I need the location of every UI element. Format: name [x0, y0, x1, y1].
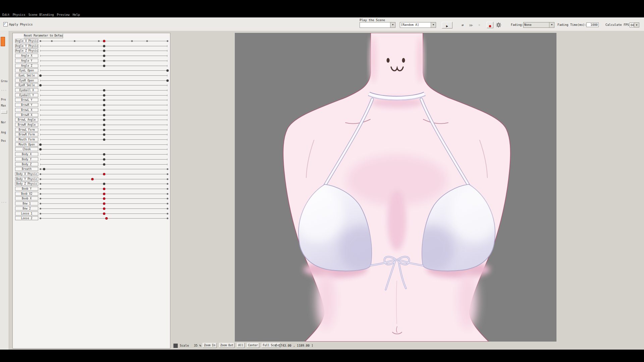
parameter-label[interactable]: Mouth Form: [15, 137, 38, 141]
parameter-slider[interactable]: [40, 127, 167, 132]
slider-thumb[interactable]: [105, 217, 108, 220]
slider-thumb[interactable]: [91, 178, 94, 180]
parameter-slider[interactable]: [40, 44, 167, 48]
menu-item-physics[interactable]: Physics: [13, 13, 25, 16]
parameter-slider[interactable]: [40, 162, 167, 167]
slider-thumb[interactable]: [166, 69, 169, 72]
parameter-slider[interactable]: [40, 122, 167, 127]
parameter-label[interactable]: Cheek: [15, 147, 38, 151]
parameter-slider[interactable]: [40, 211, 167, 216]
slider-thumb[interactable]: [103, 138, 105, 141]
slider-thumb[interactable]: [103, 104, 105, 106]
parameter-label[interactable]: EyeR Open: [15, 78, 38, 82]
chevron-down-icon[interactable]: ▼: [390, 22, 395, 27]
scene-select[interactable]: ▼: [360, 22, 395, 28]
slider-thumb[interactable]: [103, 55, 105, 57]
cut-button[interactable]: ×: [477, 23, 482, 28]
slider-thumb[interactable]: [103, 45, 105, 47]
rail-item-pre[interactable]: Pre: [1, 98, 9, 101]
parameter-slider[interactable]: [40, 172, 167, 176]
slider-thumb[interactable]: [103, 202, 105, 205]
parameter-slider[interactable]: [40, 132, 167, 137]
parameter-label[interactable]: Angle X Physic: [15, 39, 38, 43]
rail-item-nor[interactable]: Nor: [1, 121, 9, 124]
motion-select[interactable]: [Random A] ▼: [400, 22, 436, 28]
parameter-label[interactable]: EyeR Smile: [15, 83, 38, 87]
slider-thumb[interactable]: [103, 89, 105, 92]
parameter-label[interactable]: Eyeball Y: [15, 93, 38, 97]
parameter-label[interactable]: Bow 1: [15, 201, 38, 205]
step-button[interactable]: ▷▷: [467, 23, 475, 28]
slider-thumb[interactable]: [103, 183, 105, 185]
status-button-zoom-in[interactable]: Zoom In: [203, 343, 217, 348]
parameter-label[interactable]: Body X Physic: [15, 172, 38, 176]
status-button-all[interactable]: All: [237, 343, 244, 348]
parameter-label[interactable]: Body Z: [15, 162, 38, 166]
slider-thumb[interactable]: [103, 50, 105, 52]
chevron-down-icon[interactable]: ▼: [634, 23, 639, 27]
parameter-slider[interactable]: [40, 142, 167, 147]
parameter-slider[interactable]: [40, 167, 167, 171]
parameter-label[interactable]: BrowL X: [15, 108, 38, 112]
parameter-slider[interactable]: [40, 206, 167, 211]
parameter-slider[interactable]: [40, 186, 167, 191]
parameter-label[interactable]: Angle Z: [15, 64, 38, 68]
slider-thumb[interactable]: [103, 94, 105, 97]
menu-item-scene-blending[interactable]: Scene Blending: [29, 13, 54, 16]
slider-thumb[interactable]: [103, 207, 105, 210]
play-button[interactable]: ▶: [442, 22, 452, 28]
parameter-slider[interactable]: [40, 108, 167, 112]
slider-thumb[interactable]: [103, 188, 105, 190]
parameter-label[interactable]: Loose 2: [15, 216, 38, 220]
parameter-slider[interactable]: [40, 53, 167, 58]
slider-thumb[interactable]: [103, 114, 105, 116]
slider-thumb[interactable]: [103, 99, 105, 101]
slider-thumb[interactable]: [103, 193, 105, 195]
parameter-label[interactable]: EyeL Smile: [15, 73, 38, 77]
parameter-slider[interactable]: [40, 181, 167, 186]
slider-thumb[interactable]: [103, 163, 105, 166]
chevron-down-icon[interactable]: ▼: [549, 22, 554, 27]
parameter-slider[interactable]: [40, 113, 167, 117]
parameter-label[interactable]: Boob Y: [15, 187, 38, 191]
slider-thumb[interactable]: [39, 148, 42, 150]
slider-thumb[interactable]: [103, 129, 105, 131]
status-button-center[interactable]: Center: [247, 343, 259, 348]
parameter-label[interactable]: Body Z Physic: [15, 182, 38, 186]
parameter-slider[interactable]: [40, 73, 167, 78]
parameter-label[interactable]: Angle X: [15, 54, 38, 58]
parameter-slider[interactable]: [40, 63, 167, 68]
loop-button[interactable]: ⇄: [460, 23, 466, 28]
parameter-label[interactable]: EyeL Open: [15, 68, 38, 72]
fading-time-input[interactable]: 1000: [586, 22, 599, 27]
parameter-slider[interactable]: [40, 196, 167, 201]
parameter-slider[interactable]: [40, 68, 167, 73]
menu-item-preview[interactable]: Preview: [57, 13, 69, 16]
menu-item-help[interactable]: Help: [72, 13, 80, 16]
parameter-slider[interactable]: [40, 177, 167, 181]
parameter-label[interactable]: Boob X2: [15, 192, 38, 196]
slider-thumb[interactable]: [39, 84, 42, 86]
parameter-label[interactable]: Body Y Physic: [15, 177, 38, 181]
rail-mini-button[interactable]: [1, 110, 7, 114]
parameter-label[interactable]: BrowR Angle: [15, 123, 38, 127]
slider-thumb[interactable]: [103, 173, 105, 175]
parameter-slider[interactable]: [40, 117, 167, 122]
apply-physics-checkbox[interactable]: ✓: [3, 22, 8, 26]
rail-item-ang[interactable]: Ang: [1, 131, 9, 134]
slider-thumb[interactable]: [103, 153, 105, 156]
parameter-label[interactable]: Breath: [15, 167, 38, 171]
parameter-label[interactable]: BrowL Form: [15, 128, 38, 132]
rail-item-pos[interactable]: Pos: [1, 139, 9, 142]
menu-item-edit[interactable]: Edit: [2, 13, 10, 16]
parameter-slider[interactable]: [40, 48, 167, 53]
status-button-zoom-out[interactable]: Zoom Out: [219, 343, 235, 348]
slider-thumb[interactable]: [103, 124, 105, 126]
parameter-slider[interactable]: [40, 157, 167, 162]
reset-parameters-button[interactable]: Reset Parameter to Default: [23, 34, 63, 38]
parameter-label[interactable]: Body X: [15, 152, 38, 156]
parameter-label[interactable]: Boob X: [15, 196, 38, 200]
parameter-label[interactable]: BrowR X: [15, 113, 38, 117]
rail-item-grou[interactable]: Grou: [1, 80, 9, 83]
record-button[interactable]: ●: [487, 22, 493, 28]
